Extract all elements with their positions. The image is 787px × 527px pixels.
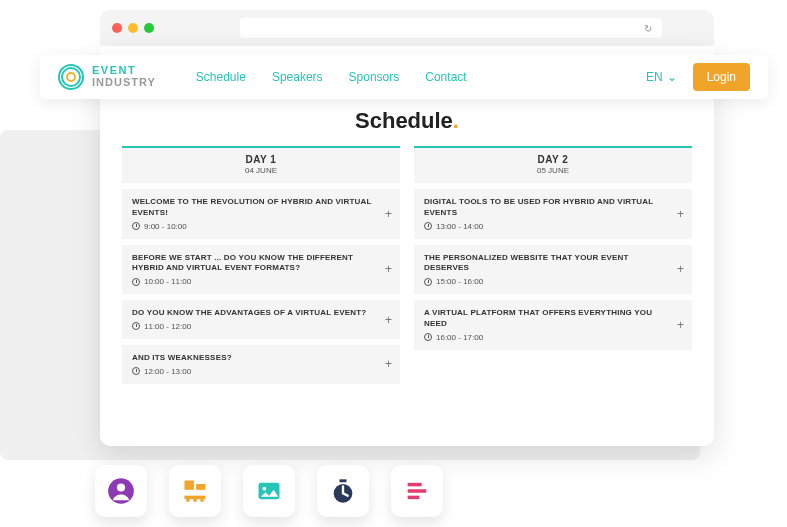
session-time: 16:00 - 17:00 bbox=[424, 333, 666, 342]
nav-speakers[interactable]: Speakers bbox=[272, 70, 323, 84]
svg-rect-10 bbox=[340, 479, 347, 482]
session-title: DIGITAL TOOLS TO BE USED FOR HYBRID AND … bbox=[424, 197, 666, 219]
logo[interactable]: EVENT INDUSTRY bbox=[58, 64, 156, 90]
session-time: 15:00 - 16:00 bbox=[424, 277, 666, 286]
session-item[interactable]: AND ITS WEAKNESSES? 12:00 - 13:00 + bbox=[122, 345, 400, 384]
session-time: 13:00 - 14:00 bbox=[424, 222, 666, 231]
login-button[interactable]: Login bbox=[693, 63, 750, 91]
svg-rect-14 bbox=[408, 496, 420, 500]
clock-icon bbox=[424, 278, 432, 286]
session-time: 12:00 - 13:00 bbox=[132, 367, 374, 376]
blocks-icon bbox=[181, 477, 209, 505]
session-item[interactable]: THE PERSONALIZED WEBSITE THAT YOUR EVENT… bbox=[414, 245, 692, 295]
nav-contact[interactable]: Contact bbox=[425, 70, 466, 84]
text-lines-icon bbox=[403, 477, 431, 505]
day-header[interactable]: DAY 2 05 JUNE bbox=[414, 146, 692, 183]
session-title: WELCOME TO THE REVOLUTION OF HYBRID AND … bbox=[132, 197, 374, 219]
session-title: A VIRTUAL PLATFORM THAT OFFERS EVERYTHIN… bbox=[424, 308, 666, 330]
clock-icon bbox=[132, 222, 140, 230]
chevron-down-icon: ⌄ bbox=[667, 70, 677, 84]
main-nav: Schedule Speakers Sponsors Contact bbox=[196, 70, 467, 84]
tool-image[interactable] bbox=[243, 465, 295, 517]
browser-chrome: ↻ bbox=[100, 10, 714, 46]
day-date: 05 JUNE bbox=[414, 166, 692, 175]
stopwatch-icon bbox=[329, 477, 357, 505]
session-item[interactable]: BEFORE WE START ... DO YOU KNOW THE DIFF… bbox=[122, 245, 400, 295]
session-time: 10:00 - 11:00 bbox=[132, 277, 374, 286]
expand-icon[interactable]: + bbox=[385, 357, 392, 371]
svg-rect-13 bbox=[408, 489, 427, 493]
session-item[interactable]: DIGITAL TOOLS TO BE USED FOR HYBRID AND … bbox=[414, 189, 692, 239]
svg-point-7 bbox=[200, 499, 204, 503]
tool-user[interactable] bbox=[95, 465, 147, 517]
page-title-accent: . bbox=[453, 108, 459, 133]
clock-icon bbox=[132, 278, 140, 286]
window-min-dot[interactable] bbox=[128, 23, 138, 33]
nav-schedule[interactable]: Schedule bbox=[196, 70, 246, 84]
svg-point-6 bbox=[193, 499, 197, 503]
svg-rect-2 bbox=[185, 481, 194, 490]
svg-point-9 bbox=[262, 487, 266, 491]
nav-sponsors[interactable]: Sponsors bbox=[349, 70, 400, 84]
tool-blocks[interactable] bbox=[169, 465, 221, 517]
clock-icon bbox=[132, 322, 140, 330]
session-item[interactable]: WELCOME TO THE REVOLUTION OF HYBRID AND … bbox=[122, 189, 400, 239]
day-column-1: DAY 1 04 JUNE WELCOME TO THE REVOLUTION … bbox=[122, 146, 400, 384]
day-name: DAY 2 bbox=[414, 154, 692, 165]
schedule-columns: DAY 1 04 JUNE WELCOME TO THE REVOLUTION … bbox=[100, 146, 714, 384]
clock-icon bbox=[424, 222, 432, 230]
page-title-text: Schedule bbox=[355, 108, 453, 133]
logo-line-2: INDUSTRY bbox=[92, 77, 156, 89]
logo-mark-icon bbox=[58, 64, 84, 90]
day-date: 04 JUNE bbox=[122, 166, 400, 175]
window-max-dot[interactable] bbox=[144, 23, 154, 33]
expand-icon[interactable]: + bbox=[385, 207, 392, 221]
clock-icon bbox=[424, 333, 432, 341]
window-close-dot[interactable] bbox=[112, 23, 122, 33]
day-name: DAY 1 bbox=[122, 154, 400, 165]
page-title: Schedule. bbox=[100, 108, 714, 134]
session-title: BEFORE WE START ... DO YOU KNOW THE DIFF… bbox=[132, 253, 374, 275]
expand-icon[interactable]: + bbox=[677, 262, 684, 276]
url-bar[interactable]: ↻ bbox=[240, 18, 662, 38]
session-title: DO YOU KNOW THE ADVANTAGES OF A VIRTUAL … bbox=[132, 308, 374, 319]
image-icon bbox=[255, 477, 283, 505]
content-card: Schedule. DAY 1 04 JUNE WELCOME TO THE R… bbox=[100, 46, 714, 446]
session-time: 9:00 - 10:00 bbox=[132, 222, 374, 231]
logo-text: EVENT INDUSTRY bbox=[92, 65, 156, 88]
expand-icon[interactable]: + bbox=[677, 318, 684, 332]
component-toolbar bbox=[95, 465, 443, 517]
language-label: EN bbox=[646, 70, 663, 84]
expand-icon[interactable]: + bbox=[385, 313, 392, 327]
session-title: THE PERSONALIZED WEBSITE THAT YOUR EVENT… bbox=[424, 253, 666, 275]
language-selector[interactable]: EN ⌄ bbox=[646, 70, 677, 84]
session-title: AND ITS WEAKNESSES? bbox=[132, 353, 374, 364]
tool-timer[interactable] bbox=[317, 465, 369, 517]
session-item[interactable]: DO YOU KNOW THE ADVANTAGES OF A VIRTUAL … bbox=[122, 300, 400, 339]
svg-rect-3 bbox=[196, 484, 205, 490]
expand-icon[interactable]: + bbox=[677, 207, 684, 221]
svg-point-5 bbox=[186, 499, 190, 503]
session-time: 11:00 - 12:00 bbox=[132, 322, 374, 331]
header-bar: EVENT INDUSTRY Schedule Speakers Sponsor… bbox=[40, 55, 768, 99]
svg-point-1 bbox=[117, 483, 125, 491]
tool-text[interactable] bbox=[391, 465, 443, 517]
expand-icon[interactable]: + bbox=[385, 262, 392, 276]
svg-rect-12 bbox=[408, 483, 422, 487]
day-header[interactable]: DAY 1 04 JUNE bbox=[122, 146, 400, 183]
user-icon bbox=[107, 477, 135, 505]
day-column-2: DAY 2 05 JUNE DIGITAL TOOLS TO BE USED F… bbox=[414, 146, 692, 384]
clock-icon bbox=[132, 367, 140, 375]
session-item[interactable]: A VIRTUAL PLATFORM THAT OFFERS EVERYTHIN… bbox=[414, 300, 692, 350]
refresh-icon[interactable]: ↻ bbox=[644, 23, 652, 34]
